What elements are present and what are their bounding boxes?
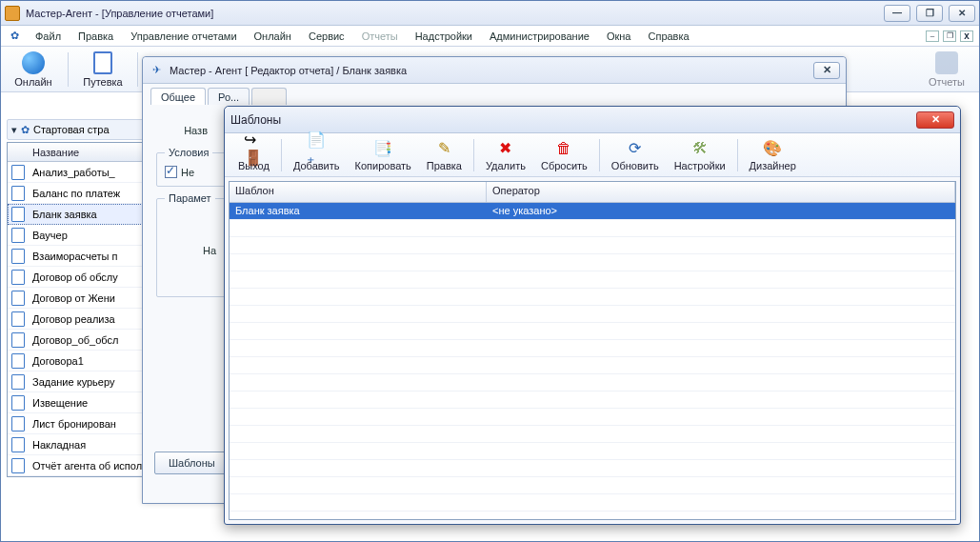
params-legend: Парамет bbox=[165, 192, 215, 204]
add-icon: 📄₊ bbox=[307, 139, 326, 158]
templates-modal: Шаблоны ✕ ↪🚪Выход 📄₊Добавить 📑Копировать… bbox=[224, 106, 961, 525]
toolbar-separator bbox=[68, 52, 69, 87]
menu-addons[interactable]: Надстройки bbox=[408, 29, 480, 44]
report-icon bbox=[8, 332, 29, 348]
tab-general[interactable]: Общее bbox=[150, 88, 206, 105]
exit-icon: ↪🚪 bbox=[244, 139, 263, 158]
start-page-label[interactable]: Стартовая стра bbox=[33, 124, 110, 135]
not-checkbox[interactable] bbox=[165, 166, 177, 178]
reset-button[interactable]: 🗑Сбросить bbox=[533, 135, 595, 175]
designer-button[interactable]: 🎨Дизайнер bbox=[742, 135, 804, 175]
menu-admin[interactable]: Администрирование bbox=[482, 29, 597, 44]
template-row[interactable]: Бланк заявка <не указано> bbox=[230, 203, 955, 220]
maximize-button[interactable]: ❐ bbox=[916, 5, 943, 22]
mdi-close[interactable]: x bbox=[960, 30, 973, 42]
menu-windows[interactable]: Окна bbox=[599, 29, 639, 44]
app-window: Мастер-Агент - [Управление отчетами] — ❐… bbox=[0, 0, 980, 542]
document-icon bbox=[93, 51, 112, 74]
close-button[interactable]: ✕ bbox=[949, 5, 975, 22]
title-bar: Мастер-Агент - [Управление отчетами] — ❐… bbox=[1, 1, 979, 26]
report-icon bbox=[8, 207, 29, 222]
refresh-icon: ⟳ bbox=[626, 139, 645, 158]
toolbar-separator bbox=[137, 52, 138, 87]
col-template[interactable]: Шаблон bbox=[230, 182, 487, 202]
name-label: Назв bbox=[156, 125, 213, 136]
delete-button[interactable]: ✖Удалить bbox=[478, 135, 533, 175]
report-icon bbox=[8, 437, 29, 452]
editor-tabs: Общее Ро... bbox=[143, 84, 846, 105]
settings-button[interactable]: 🛠Настройки bbox=[667, 135, 733, 175]
toolbar-online-button[interactable]: Онлайн bbox=[5, 49, 62, 90]
settings-icon: 🛠 bbox=[690, 139, 710, 158]
exit-button[interactable]: ↪🚪Выход bbox=[230, 135, 277, 175]
chevron-down-icon[interactable]: ▾ bbox=[11, 124, 17, 136]
menu-edit[interactable]: Правка bbox=[70, 29, 121, 44]
edit-icon: ✎ bbox=[434, 139, 453, 158]
app-icon bbox=[5, 6, 20, 21]
templates-grid-header: Шаблон Оператор bbox=[230, 182, 955, 203]
operator-cell: <не указано> bbox=[487, 203, 955, 219]
modal-close-button[interactable]: ✕ bbox=[916, 111, 954, 129]
report-icon bbox=[8, 186, 29, 201]
report-icon bbox=[8, 416, 29, 432]
minimize-button[interactable]: — bbox=[884, 5, 910, 22]
editor-close-button[interactable]: ✕ bbox=[813, 62, 840, 79]
report-icon bbox=[8, 228, 29, 243]
menu-file[interactable]: Файл bbox=[28, 29, 69, 44]
report-icon bbox=[8, 291, 29, 306]
report-icon bbox=[8, 374, 29, 390]
report-icon bbox=[8, 458, 29, 473]
report-icon bbox=[8, 165, 29, 180]
tab-second[interactable]: Ро... bbox=[208, 88, 250, 105]
mdi-minimize[interactable]: – bbox=[926, 30, 939, 42]
template-name-cell: Бланк заявка bbox=[230, 203, 487, 219]
menu-service[interactable]: Сервис bbox=[301, 29, 352, 44]
delete-icon: ✖ bbox=[496, 139, 515, 158]
report-icon bbox=[8, 311, 29, 327]
gear-icon[interactable]: ✿ bbox=[21, 124, 30, 136]
report-icon bbox=[8, 353, 29, 369]
col-operator[interactable]: Оператор bbox=[487, 182, 955, 202]
menu-bar: ✿ Файл Правка Управление отчетами Онлайн… bbox=[1, 26, 979, 47]
reset-icon: 🗑 bbox=[554, 139, 573, 158]
conditions-legend: Условия bbox=[165, 147, 212, 158]
reports-icon bbox=[935, 51, 958, 74]
editor-title: Мастер - Агент [ Редактор отчета] / Блан… bbox=[170, 65, 407, 76]
modal-toolbar: ↪🚪Выход 📄₊Добавить 📑Копировать ✎Правка ✖… bbox=[225, 133, 960, 177]
checkbox-label: Не bbox=[181, 167, 194, 178]
templates-grid: Шаблон Оператор Бланк заявка <не указано… bbox=[229, 181, 956, 520]
menu-reports[interactable]: Отчеты bbox=[354, 29, 406, 44]
modal-title-bar[interactable]: Шаблоны ✕ bbox=[225, 107, 960, 133]
templates-button[interactable]: Шаблоны bbox=[154, 452, 230, 474]
editor-title-bar: ✈ Мастер - Агент [ Редактор отчета] / Бл… bbox=[143, 57, 846, 84]
toolbar-voucher-button[interactable]: Путевка bbox=[74, 49, 131, 90]
menu-reports-mgmt[interactable]: Управление отчетами bbox=[123, 29, 244, 44]
designer-icon: 🎨 bbox=[763, 139, 782, 158]
na-label: На bbox=[165, 245, 222, 256]
edit-button[interactable]: ✎Правка bbox=[419, 135, 470, 175]
mdi-restore[interactable]: ❐ bbox=[943, 30, 956, 42]
toolbar-reports-button[interactable]: Отчеты bbox=[918, 49, 975, 90]
tab-third[interactable] bbox=[251, 88, 287, 105]
refresh-button[interactable]: ⟳Обновить bbox=[604, 135, 667, 175]
add-button[interactable]: 📄₊Добавить bbox=[286, 135, 348, 175]
modal-title: Шаблоны bbox=[230, 113, 281, 127]
menu-online[interactable]: Онлайн bbox=[247, 29, 299, 44]
window-title: Мастер-Агент - [Управление отчетами] bbox=[26, 8, 213, 19]
report-icon bbox=[8, 270, 29, 285]
menu-help[interactable]: Справка bbox=[640, 29, 696, 44]
copy-icon: 📑 bbox=[373, 139, 392, 158]
globe-icon bbox=[22, 51, 45, 74]
editor-icon: ✈ bbox=[149, 63, 164, 78]
report-icon bbox=[8, 249, 29, 264]
report-icon bbox=[8, 395, 29, 411]
gear-icon[interactable]: ✿ bbox=[7, 29, 22, 44]
copy-button[interactable]: 📑Копировать bbox=[348, 135, 419, 175]
